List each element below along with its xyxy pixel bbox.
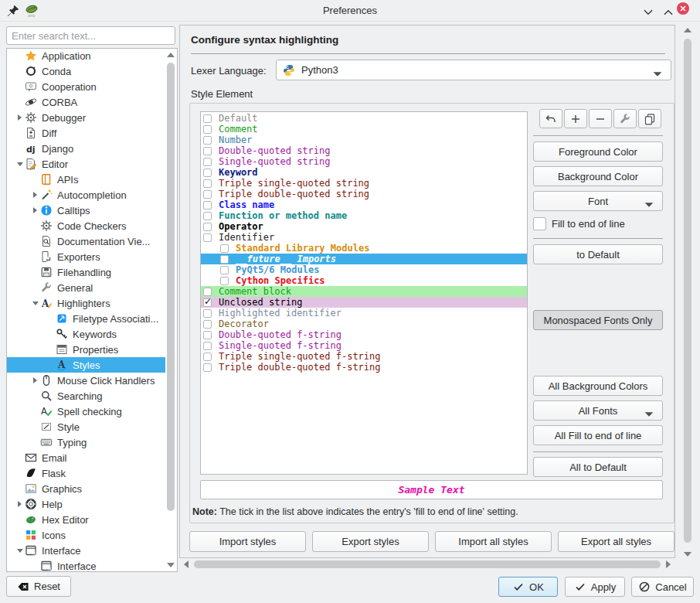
monospaced-fonts-only-button[interactable]: Monospaced Fonts Only	[533, 310, 663, 330]
style-entry-unclosed-string[interactable]: ✓Unclosed string	[201, 297, 527, 308]
undo-button[interactable]	[539, 109, 562, 128]
fill-eol-tick[interactable]	[220, 255, 229, 264]
collapse-icon[interactable]	[15, 549, 25, 553]
tree-item-style[interactable]: Style	[7, 419, 165, 434]
tree-item-typing[interactable]: Typing	[7, 434, 165, 450]
tree-item-django[interactable]: djDjango	[7, 141, 165, 156]
to-default-button[interactable]: to Default	[533, 244, 663, 264]
all-to-default-button[interactable]: All to Default	[533, 457, 663, 477]
tree-item-diff[interactable]: Diff	[7, 125, 165, 141]
tree-item-conda[interactable]: Conda	[7, 63, 165, 79]
style-entry-operator[interactable]: Operator	[201, 221, 527, 232]
style-entry-number[interactable]: Number	[201, 135, 527, 145]
fill-eol-tick[interactable]	[203, 233, 212, 242]
style-entry-single-quoted-f-string[interactable]: Single-quoted f-string	[201, 340, 527, 351]
delete-substyle-button[interactable]	[589, 109, 612, 128]
expand-icon[interactable]	[15, 501, 25, 507]
shade-window-icon[interactable]	[641, 5, 655, 19]
fill-eol-tick[interactable]	[203, 158, 212, 166]
fill-eol-tick[interactable]	[203, 342, 212, 350]
maximize-window-icon[interactable]	[661, 5, 675, 19]
tree-item-editor[interactable]: Editor	[7, 156, 165, 172]
tree-item-filehandling[interactable]: Filehandling	[7, 264, 165, 280]
tree-item-debugger[interactable]: Debugger	[7, 110, 165, 125]
tree-item-properties[interactable]: Properties	[7, 342, 165, 357]
tree-item-flask[interactable]: Flask	[7, 465, 165, 481]
fill-eol-box[interactable]	[533, 217, 546, 230]
tree-item-graphics[interactable]: Graphics	[7, 481, 165, 496]
tree-item-icons[interactable]: Icons	[7, 527, 165, 543]
style-entry-cython-specifics[interactable]: Cython Specifics	[201, 275, 527, 286]
tree-item-application[interactable]: Application	[7, 48, 165, 63]
fill-eol-tick[interactable]	[203, 147, 212, 155]
fill-eol-tick[interactable]	[203, 331, 212, 339]
style-entry-highlighted-identifier[interactable]: Highlighted identifier	[201, 308, 527, 319]
font-button[interactable]: Font	[533, 191, 663, 211]
expand-icon[interactable]	[30, 207, 40, 213]
style-entry-triple-single-quoted-string[interactable]: Triple single-quoted string	[201, 178, 527, 189]
style-entry-pyqt5-6-modules[interactable]: PyQt5/6 Modules	[201, 264, 527, 275]
all-fonts-button[interactable]: All Fonts	[533, 400, 663, 421]
search-input[interactable]	[6, 26, 175, 45]
add-substyle-button[interactable]	[564, 109, 587, 128]
export-styles-button[interactable]: Export styles	[312, 531, 429, 552]
fill-eol-tick[interactable]	[203, 190, 212, 199]
fill-eol-tick[interactable]	[203, 320, 212, 329]
fill-eol-tick[interactable]	[203, 353, 212, 361]
tree-scrollbar[interactable]	[165, 50, 176, 570]
fill-eol-tick[interactable]	[203, 223, 212, 231]
fill-eol-checkbox[interactable]: Fill to end of line	[533, 217, 625, 230]
tree-item-calltips[interactable]: Calltips	[7, 203, 165, 218]
expand-icon[interactable]	[30, 377, 40, 383]
panel-hscrollbar[interactable]	[182, 559, 673, 570]
style-entry-keyword[interactable]: Keyword	[201, 167, 527, 178]
tree-item-interface[interactable]: Interface	[7, 558, 165, 574]
tree-item-exporters[interactable]: Exporters	[7, 249, 165, 264]
style-entry-triple-single-quoted-f-string[interactable]: Triple single-quoted f-string	[201, 351, 527, 362]
fill-eol-tick[interactable]	[203, 169, 212, 177]
ok-button[interactable]: OK	[498, 577, 558, 597]
style-entry-default[interactable]: Default	[201, 113, 527, 124]
fill-eol-tick[interactable]	[220, 266, 229, 274]
style-entry-double-quoted-string[interactable]: Double-quoted string	[201, 145, 527, 156]
fill-eol-tick[interactable]	[203, 288, 212, 296]
collapse-icon[interactable]	[30, 302, 40, 305]
tree-item-help[interactable]: Help	[7, 496, 165, 512]
style-entry-identifier[interactable]: Identifier	[201, 232, 527, 243]
expand-icon[interactable]	[15, 114, 25, 121]
fill-eol-tick[interactable]	[220, 277, 229, 285]
tree-item-searching[interactable]: Searching	[7, 388, 165, 404]
tree-item-cooperation[interactable]: Cooperation	[7, 79, 165, 94]
tree-item-keywords[interactable]: Keywords	[7, 326, 165, 342]
style-entry-comment[interactable]: Comment	[201, 124, 527, 135]
tree-item-documentation-vie-[interactable]: Documentation Vie...	[7, 233, 165, 249]
tree-item-autocompletion[interactable]: Autocompletion	[7, 187, 165, 203]
tree-item-hex-editor[interactable]: Hex Editor	[7, 512, 165, 527]
copy-substyle-button[interactable]	[638, 109, 661, 128]
background-color-button[interactable]: Background Color	[533, 166, 663, 186]
tree-item-highlighters[interactable]: AHighlighters	[7, 295, 165, 311]
style-entry-standard-library-modules[interactable]: Standard Library Modules	[201, 243, 527, 254]
tree-item-styles[interactable]: AStyles	[7, 357, 165, 373]
fill-eol-tick[interactable]: ✓	[203, 298, 212, 307]
style-entry--future-imports[interactable]: __future__ Imports	[201, 254, 527, 264]
edit-substyle-button[interactable]	[613, 109, 637, 128]
style-entry-comment-block[interactable]: Comment block	[201, 286, 527, 297]
tree-item-mouse-click-handlers[interactable]: Mouse Click Handlers	[7, 373, 165, 388]
style-entry-double-quoted-f-string[interactable]: Double-quoted f-string	[201, 329, 527, 340]
tree-item-email[interactable]: Email	[7, 450, 165, 465]
tree-item-general[interactable]: General	[7, 280, 165, 295]
fill-eol-tick[interactable]	[203, 114, 212, 123]
lexer-language-combobox[interactable]: Python3	[276, 60, 671, 80]
tree-item-corba[interactable]: CORBA	[7, 94, 165, 110]
fill-eol-tick[interactable]	[203, 309, 212, 318]
style-entry-decorator[interactable]: Decorator	[201, 319, 527, 329]
fill-eol-tick[interactable]	[203, 201, 212, 210]
style-entry-single-quoted-string[interactable]: Single-quoted string	[201, 156, 527, 167]
fill-eol-tick[interactable]	[220, 244, 229, 253]
tree-item-filetype-associati-[interactable]: Filetype Associati...	[7, 311, 165, 326]
tree-item-apis[interactable]: APIs	[7, 172, 165, 187]
panel-vscrollbar[interactable]	[681, 26, 694, 569]
style-entry-function-or-method-name[interactable]: Function or method name	[201, 210, 527, 221]
import-styles-button[interactable]: Import styles	[189, 531, 306, 552]
